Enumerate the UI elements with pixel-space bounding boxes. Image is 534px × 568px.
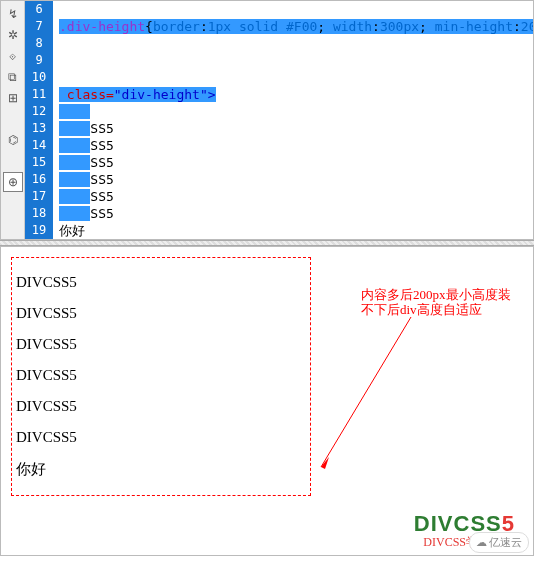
annotation-text: 内容多后200px最小高度装 不下后div高度自适应	[361, 287, 511, 317]
code-line[interactable]: DIVCSS5	[59, 188, 533, 205]
line-number: 18	[25, 205, 53, 222]
toolbar-button[interactable]: ⧉	[3, 67, 23, 87]
code-line[interactable]: DIVCSS5	[59, 137, 533, 154]
annotation-line2: 不下后div高度自适应	[361, 302, 482, 317]
code-line[interactable]: DIVCSS5	[59, 154, 533, 171]
watermark-badge: ☁ 亿速云	[469, 532, 529, 553]
annotation-line1: 内容多后200px最小高度装	[361, 287, 511, 302]
toolbar-button[interactable]	[3, 109, 23, 129]
line-number: 11	[25, 86, 53, 103]
code-line[interactable]	[59, 35, 533, 52]
code-line[interactable]: DIVCSS5	[59, 120, 533, 137]
editor-toolbar: ↯✲⟐⧉⊞⌬⊕	[1, 1, 25, 239]
arrow-icon	[311, 307, 431, 487]
preview-panel: DIVCSS5DIVCSS5DIVCSS5DIVCSS5DIVCSS5DIVCS…	[0, 246, 534, 556]
preview-paragraph: DIVCSS5	[16, 429, 306, 446]
preview-paragraph: DIVCSS5	[16, 336, 306, 353]
preview-paragraph: DIVCSS5	[16, 398, 306, 415]
toolbar-button[interactable]: ⟐	[3, 46, 23, 66]
code-line[interactable]: DIVCSS5	[59, 103, 533, 120]
line-number: 14	[25, 137, 53, 154]
line-number: 13	[25, 120, 53, 137]
line-number: 7	[25, 18, 53, 35]
line-number: 10	[25, 69, 53, 86]
line-number: 15	[25, 154, 53, 171]
line-number: 9	[25, 52, 53, 69]
line-number: 6	[25, 1, 53, 18]
code-editor: ↯✲⟐⧉⊞⌬⊕ 678910111213141516171819 </span>…	[0, 0, 534, 240]
code-line[interactable]: 你好	[59, 205, 533, 222]
preview-paragraph: DIVCSS5	[16, 274, 306, 291]
line-number: 12	[25, 103, 53, 120]
line-number: 19	[25, 222, 53, 239]
toolbar-button[interactable]: ⊕	[3, 172, 23, 192]
watermark-text: 亿速云	[489, 535, 522, 550]
code-line[interactable]: .div-height{border:1px solid #F00; width…	[59, 18, 533, 35]
code-line[interactable]: class="div-height">	[59, 86, 533, 103]
cloud-icon: ☁	[476, 536, 487, 549]
code-line[interactable]	[59, 52, 533, 69]
svg-marker-1	[321, 457, 329, 469]
code-line[interactable]	[59, 69, 533, 86]
toolbar-button[interactable]: ⌬	[3, 130, 23, 150]
toolbar-button[interactable]	[3, 151, 23, 171]
code-line[interactable]	[59, 222, 533, 239]
toolbar-button[interactable]: ↯	[3, 4, 23, 24]
code-line[interactable]: DIVCSS5	[59, 171, 533, 188]
preview-paragraph: DIVCSS5	[16, 367, 306, 384]
preview-paragraph: 你好	[16, 460, 306, 479]
line-number: 16	[25, 171, 53, 188]
line-number: 17	[25, 188, 53, 205]
preview-paragraph: DIVCSS5	[16, 305, 306, 322]
code-area[interactable]: </span><span class="txt"></span><span cl…	[53, 1, 533, 239]
toolbar-button[interactable]: ⊞	[3, 88, 23, 108]
svg-line-0	[321, 317, 411, 467]
line-number: 8	[25, 35, 53, 52]
line-gutter: 678910111213141516171819	[25, 1, 53, 239]
toolbar-button[interactable]: ✲	[3, 25, 23, 45]
rendered-div: DIVCSS5DIVCSS5DIVCSS5DIVCSS5DIVCSS5DIVCS…	[11, 257, 311, 496]
code-line[interactable]: </span><span class="txt"></span><span cl…	[59, 1, 533, 18]
